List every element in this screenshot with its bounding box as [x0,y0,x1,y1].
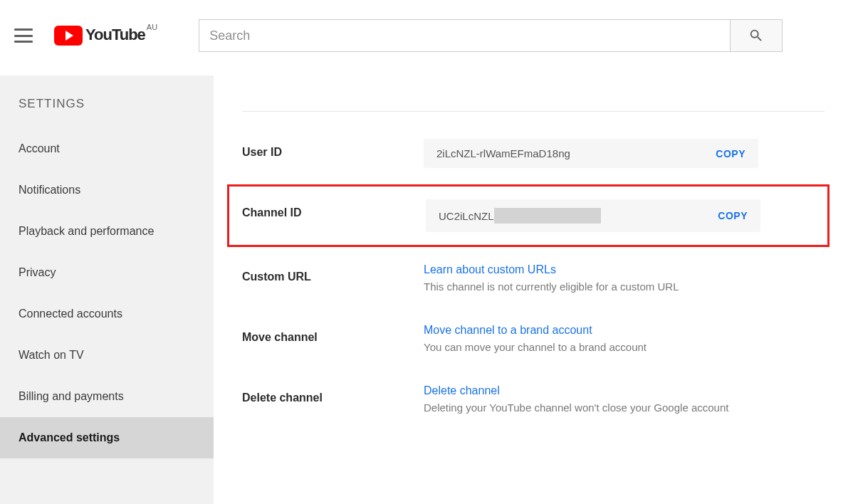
move-channel-link[interactable]: Move channel to a brand account [424,324,825,337]
channel-id-row: Channel ID UC2iLcNZL COPY [227,184,830,247]
header: YouTube AU [0,0,853,75]
sidebar-item-connected-accounts[interactable]: Connected accounts [0,293,214,335]
channel-id-value-box: UC2iLcNZL COPY [426,199,760,232]
user-id-copy-button[interactable]: COPY [716,148,745,159]
sidebar-item-advanced-settings[interactable]: Advanced settings [0,417,214,458]
search-button[interactable] [730,19,783,52]
move-channel-row: Move channel Move channel to a brand acc… [242,324,825,353]
channel-id-value: UC2iLcNZL [439,208,601,224]
brand-text: YouTube [85,26,145,44]
custom-url-label: Custom URL [242,263,424,283]
search-input[interactable] [199,19,730,52]
channel-id-text: UC2iLcNZL [439,210,494,222]
settings-sidebar: SETTINGS Account Notifications Playback … [0,75,214,504]
main-content: User ID 2iLcNZL-rlWamEFmaD18ng COPY Chan… [214,75,853,504]
move-channel-desc: You can move your channel to a brand acc… [424,341,825,353]
sidebar-title: SETTINGS [0,90,214,128]
menu-icon[interactable] [14,28,33,43]
user-id-value: 2iLcNZL-rlWamEFmaD18ng [436,147,570,159]
sidebar-item-account[interactable]: Account [0,128,214,169]
search-bar [199,19,783,52]
custom-url-link[interactable]: Learn about custom URLs [424,263,825,276]
user-id-value-box: 2iLcNZL-rlWamEFmaD18ng COPY [424,139,758,168]
section-divider [242,111,825,112]
delete-channel-link[interactable]: Delete channel [424,384,825,397]
delete-channel-desc: Deleting your YouTube channel won't clos… [424,401,825,414]
sidebar-item-notifications[interactable]: Notifications [0,169,214,211]
user-id-row: User ID 2iLcNZL-rlWamEFmaD18ng COPY [242,139,825,168]
redacted-block [494,208,601,224]
region-text: AU [147,23,157,31]
sidebar-item-privacy[interactable]: Privacy [0,252,214,293]
user-id-label: User ID [242,139,424,159]
sidebar-item-billing[interactable]: Billing and payments [0,376,214,417]
channel-id-copy-button[interactable]: COPY [718,210,748,221]
youtube-logo[interactable]: YouTube AU [54,26,156,46]
search-icon [748,28,764,43]
play-icon [54,26,83,46]
custom-url-row: Custom URL Learn about custom URLs This … [242,263,825,293]
delete-channel-label: Delete channel [242,384,424,404]
channel-id-label: Channel ID [242,199,426,219]
move-channel-label: Move channel [242,324,424,344]
custom-url-desc: This channel is not currently eligible f… [424,280,825,293]
sidebar-item-playback[interactable]: Playback and performance [0,211,214,252]
sidebar-item-watch-on-tv[interactable]: Watch on TV [0,335,214,376]
delete-channel-row: Delete channel Delete channel Deleting y… [242,384,825,414]
